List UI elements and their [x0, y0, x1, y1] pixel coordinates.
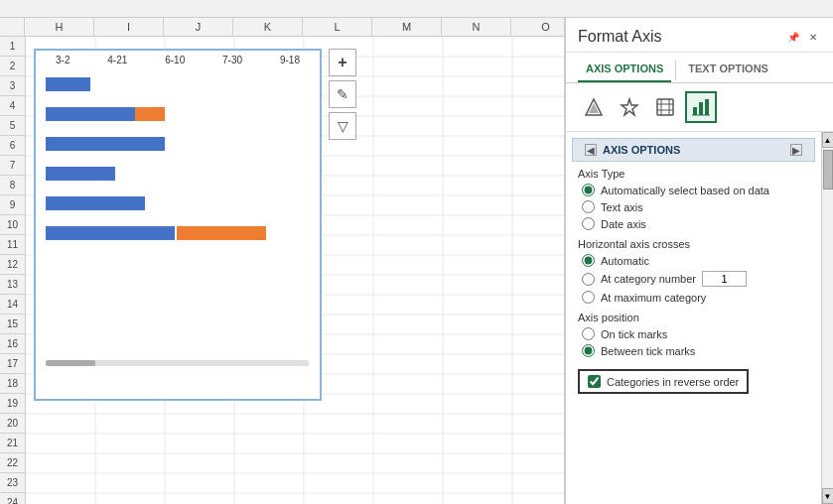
chart-add-button[interactable]: +: [329, 49, 356, 76]
format-axis-panel: Format Axis 📌 ✕ AXIS OPTIONS TEXT OPTION…: [565, 18, 833, 504]
svg-rect-40: [46, 360, 95, 366]
axis-position-label: Axis position: [578, 312, 809, 323]
axis-label-4: 7-30: [222, 55, 242, 65]
tab-axis-options-label: AXIS OPTIONS: [586, 63, 663, 74]
row-num-5: 5: [0, 116, 25, 136]
axis-type-label: Axis Type: [578, 168, 809, 180]
position-between-tick-radio[interactable]: [582, 344, 595, 357]
tab-axis-options[interactable]: AXIS OPTIONS: [578, 59, 671, 82]
chart-style-button[interactable]: ✎: [329, 80, 356, 108]
pin-button[interactable]: 📌: [785, 29, 801, 45]
grid-area: 3-2 4-21 6-10 7-30 9-18: [26, 37, 564, 504]
panel-header: Format Axis 📌 ✕: [566, 18, 833, 53]
axis-type-auto-label: Automatically select based on data: [601, 185, 769, 196]
col-header-N: N: [442, 18, 511, 36]
row-num-15: 15: [0, 315, 25, 334]
axis-type-text-radio[interactable]: [582, 200, 595, 213]
svg-rect-38: [177, 226, 266, 240]
close-button[interactable]: ✕: [805, 29, 821, 45]
crosses-at-category-label: At category number: [601, 273, 696, 285]
chart-filter-button[interactable]: ▽: [329, 112, 356, 140]
row-num-1: 1: [0, 37, 25, 57]
size-props-icon: [655, 97, 675, 117]
row-num-spacer: [0, 18, 25, 36]
scrollbar-up-button[interactable]: ▲: [822, 132, 834, 148]
categories-reverse-label: Categories in reverse order: [607, 376, 739, 388]
horizontal-crosses-group: Horizontal axis crosses Automatic At cat…: [578, 238, 809, 304]
col-header-K: K: [233, 18, 303, 36]
axis-type-text-label: Text axis: [601, 201, 643, 213]
size-props-icon-btn[interactable]: [649, 91, 681, 123]
crosses-at-category-radio[interactable]: [582, 273, 595, 286]
position-between-tick[interactable]: Between tick marks: [582, 344, 809, 357]
chart-tools: + ✎ ▽: [329, 49, 356, 140]
scrollbar-track: ▲ ▼: [821, 132, 833, 504]
bar-chart-icon: [691, 97, 711, 117]
axis-type-date-radio[interactable]: [582, 217, 595, 230]
axis-label-1: 3-2: [56, 55, 69, 65]
categories-reverse-checkbox[interactable]: [588, 375, 601, 388]
axis-options-section-header[interactable]: ◀ AXIS OPTIONS ▶: [572, 138, 815, 162]
effects-icon: [620, 97, 639, 117]
crosses-at-category[interactable]: At category number: [582, 271, 809, 287]
axis-type-date[interactable]: Date axis: [582, 217, 809, 230]
axis-type-auto-radio[interactable]: [582, 184, 595, 196]
sheet-body: 1 2 3 4 5 6 7 8 9 10 11 12 13 14 15 16 1…: [0, 37, 564, 504]
effects-icon-btn[interactable]: [614, 91, 645, 123]
chart-svg: [46, 72, 309, 370]
fill-line-icon-btn[interactable]: [578, 91, 610, 123]
crosses-at-max-radio[interactable]: [582, 291, 595, 304]
row-num-11: 11: [0, 235, 25, 255]
crosses-at-category-input[interactable]: [702, 271, 747, 287]
tab-text-options[interactable]: TEXT OPTIONS: [680, 59, 776, 82]
horizontal-crosses-radios: Automatic At category number At maximum …: [582, 254, 809, 304]
chart-axis-labels: 3-2 4-21 6-10 7-30 9-18: [36, 51, 320, 67]
svg-rect-35: [46, 167, 115, 181]
svg-rect-32: [135, 107, 165, 121]
axis-type-date-label: Date axis: [601, 218, 646, 230]
axis-type-group: Axis Type Automatically select based on …: [578, 168, 809, 230]
crosses-automatic[interactable]: Automatic: [582, 254, 809, 267]
axis-label-5: 9-18: [280, 55, 300, 65]
svg-rect-50: [699, 102, 703, 115]
scrollbar-thumb[interactable]: [823, 150, 833, 189]
section-expand-icon: ▶: [790, 144, 802, 156]
scrollbar-down-button[interactable]: ▼: [822, 488, 834, 504]
axis-type-text[interactable]: Text axis: [582, 200, 809, 213]
panel-icon-row: [566, 83, 833, 132]
row-num-18: 18: [0, 374, 25, 394]
axis-type-auto[interactable]: Automatically select based on data: [582, 184, 809, 196]
svg-rect-51: [705, 99, 709, 115]
col-headers: H I J K L M N O: [0, 18, 564, 37]
tab-separator: [675, 61, 676, 80]
position-on-tick-radio[interactable]: [582, 327, 595, 340]
svg-rect-31: [46, 107, 135, 121]
svg-marker-43: [622, 99, 637, 115]
axis-options-content: Axis Type Automatically select based on …: [566, 162, 821, 400]
axis-label-3: 6-10: [165, 55, 185, 65]
axis-position-radios: On tick marks Between tick marks: [582, 327, 809, 357]
svg-rect-36: [46, 196, 145, 210]
fill-line-icon: [584, 97, 604, 117]
crosses-automatic-radio[interactable]: [582, 254, 595, 267]
panel-scrollable-area: ◀ AXIS OPTIONS ▶ Axis Type Automatically…: [566, 132, 833, 504]
svg-rect-49: [693, 107, 697, 115]
panel-body: ◀ AXIS OPTIONS ▶ Axis Type Automatically…: [566, 132, 821, 504]
crosses-at-max[interactable]: At maximum category: [582, 291, 809, 304]
row-num-2: 2: [0, 57, 25, 76]
categories-reverse-item[interactable]: Categories in reverse order: [588, 375, 739, 388]
row-num-13: 13: [0, 275, 25, 295]
col-header-O: O: [511, 18, 565, 36]
axis-label-2: 4-21: [107, 55, 127, 65]
col-header-M: M: [372, 18, 442, 36]
horizontal-crosses-label: Horizontal axis crosses: [578, 238, 809, 250]
row-num-7: 7: [0, 156, 25, 176]
row-num-3: 3: [0, 76, 25, 96]
row-num-24: 24: [0, 493, 25, 504]
row-num-14: 14: [0, 295, 25, 315]
svg-rect-44: [657, 99, 673, 115]
row-num-8: 8: [0, 176, 25, 195]
position-on-tick[interactable]: On tick marks: [582, 327, 809, 340]
row-num-4: 4: [0, 96, 25, 116]
axis-options-icon-btn[interactable]: [685, 91, 717, 123]
